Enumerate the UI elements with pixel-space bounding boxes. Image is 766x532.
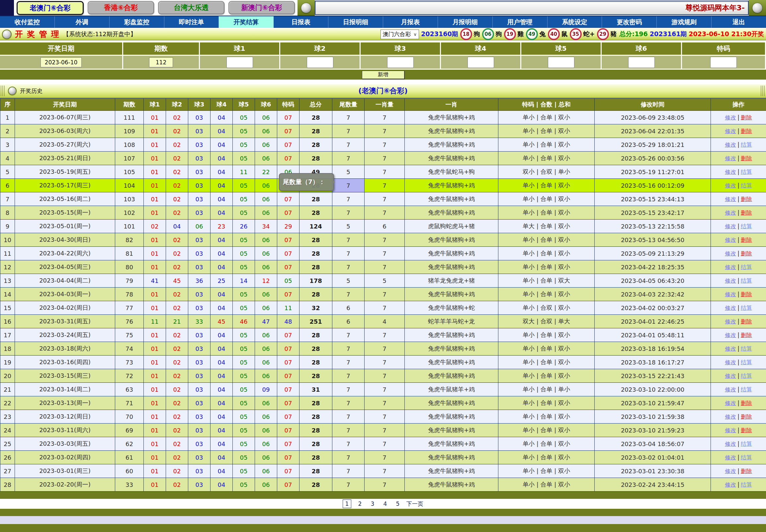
tab-2[interactable]: 香港⑥合彩 xyxy=(88,1,154,14)
edit-link[interactable]: 修改 xyxy=(725,427,736,433)
edit-link[interactable]: 修改 xyxy=(725,481,736,488)
row-actions: 修改|结算 xyxy=(711,138,766,152)
edit-link[interactable]: 修改 xyxy=(725,400,736,406)
edit-link[interactable]: 修改 xyxy=(725,182,736,189)
edit-link[interactable]: 修改 xyxy=(725,168,736,175)
tab-1[interactable]: 老澳门⑥合彩 xyxy=(17,1,84,15)
nav-item-彩盘监控[interactable]: 彩盘监控 xyxy=(109,16,164,28)
settle-link[interactable]: 结算 xyxy=(741,277,752,284)
settle-link[interactable]: 结算 xyxy=(741,168,752,175)
edit-link[interactable]: 修改 xyxy=(725,468,736,474)
nav-item-游戏规则[interactable]: 游戏规则 xyxy=(657,16,712,28)
nav-item-退出[interactable]: 退出 xyxy=(712,16,766,28)
settle-link[interactable]: 结算 xyxy=(741,481,752,488)
table-row: 62023-05-17(周三)104010203040506072877兔虎牛鼠… xyxy=(0,179,766,192)
edit-link[interactable]: 修改 xyxy=(725,250,736,257)
edit-link[interactable]: 修改 xyxy=(725,223,736,230)
edit-link[interactable]: 修改 xyxy=(725,413,736,420)
delete-link[interactable]: 删除 xyxy=(741,128,752,134)
row-xiao: 兔虎牛鼠猪狗+鸡 xyxy=(405,410,498,424)
page-1[interactable]: 1 xyxy=(343,499,351,508)
nav-item-月报明细[interactable]: 月报明细 xyxy=(438,16,493,28)
edit-link[interactable]: 修改 xyxy=(725,209,736,216)
edit-link[interactable]: 修改 xyxy=(725,372,736,379)
delete-link[interactable]: 删除 xyxy=(741,291,752,298)
settle-link[interactable]: 结算 xyxy=(741,359,752,366)
row-ball3: 03 xyxy=(188,301,211,315)
tab-4[interactable]: 新澳门⑥合彩 xyxy=(229,1,295,14)
nav-item-开奖结算[interactable]: 开奖结算 xyxy=(219,16,274,28)
delete-link[interactable]: 删除 xyxy=(741,236,752,243)
delete-link[interactable]: 删除 xyxy=(741,427,752,433)
delete-link[interactable]: 删除 xyxy=(741,196,752,202)
edit-link[interactable]: 修改 xyxy=(725,318,736,325)
nav-item-用户管理[interactable]: 用户管理 xyxy=(493,16,547,28)
special-input[interactable] xyxy=(710,57,737,68)
edit-link[interactable]: 修改 xyxy=(725,359,736,366)
row-date: 2023-03-16(周四) xyxy=(15,356,115,369)
delete-link[interactable]: 删除 xyxy=(741,209,752,216)
nav-item-系统设定[interactable]: 系统设定 xyxy=(547,16,602,28)
page-2[interactable]: 2 xyxy=(356,500,364,508)
edit-link[interactable]: 修改 xyxy=(725,332,736,338)
ball4-input[interactable] xyxy=(467,57,494,68)
edit-link[interactable]: 修改 xyxy=(725,128,736,134)
tab-3[interactable]: 台湾大乐透 xyxy=(158,1,225,14)
page-5[interactable]: 5 xyxy=(394,500,402,508)
settle-link[interactable]: 结算 xyxy=(741,440,752,447)
add-button[interactable]: 新增 xyxy=(362,71,404,79)
nav-item-即时注单[interactable]: 即时注单 xyxy=(164,16,219,28)
page-4[interactable]: 4 xyxy=(381,500,389,508)
edit-link[interactable]: 修改 xyxy=(725,440,736,447)
delete-link[interactable]: 删除 xyxy=(741,318,752,325)
settle-link[interactable]: 结算 xyxy=(741,182,752,189)
edit-link[interactable]: 修改 xyxy=(725,264,736,270)
edit-link[interactable]: 修改 xyxy=(725,196,736,202)
delete-link[interactable]: 删除 xyxy=(741,468,752,474)
row-index: 26 xyxy=(0,451,15,464)
period-input[interactable] xyxy=(149,57,173,67)
ball3-input[interactable] xyxy=(387,57,414,68)
ball2-input[interactable] xyxy=(307,57,333,68)
nav-item-日报表[interactable]: 日报表 xyxy=(274,16,328,28)
edit-link[interactable]: 修改 xyxy=(725,155,736,162)
settle-link[interactable]: 结算 xyxy=(741,372,752,379)
edit-link[interactable]: 修改 xyxy=(725,141,736,148)
edit-link[interactable]: 修改 xyxy=(725,454,736,461)
page-3[interactable]: 3 xyxy=(369,500,377,508)
next-page-link[interactable]: 下一页 xyxy=(406,500,423,508)
settle-link[interactable]: 结算 xyxy=(741,345,752,352)
edit-link[interactable]: 修改 xyxy=(725,236,736,243)
row-tail-count: 5 xyxy=(332,274,365,288)
ball1-input[interactable] xyxy=(227,57,253,68)
nav-item-收付监控[interactable]: 收付监控 xyxy=(0,16,55,28)
row-period: 73 xyxy=(115,356,144,369)
delete-link[interactable]: 删除 xyxy=(741,332,752,338)
ball6-input[interactable] xyxy=(628,57,655,68)
draw-date-input[interactable] xyxy=(40,57,82,67)
settle-link[interactable]: 结算 xyxy=(741,264,752,270)
nav-item-月报表[interactable]: 月报表 xyxy=(383,16,438,28)
settle-link[interactable]: 结算 xyxy=(741,386,752,393)
edit-link[interactable]: 修改 xyxy=(725,291,736,298)
edit-link[interactable]: 修改 xyxy=(725,386,736,393)
edit-link[interactable]: 修改 xyxy=(725,345,736,352)
lottery-select[interactable]: 澳门六合彩 ∨ xyxy=(381,30,419,39)
edit-link[interactable]: 修改 xyxy=(725,277,736,284)
edit-link[interactable]: 修改 xyxy=(725,114,736,121)
settle-link[interactable]: 结算 xyxy=(741,454,752,461)
delete-link[interactable]: 删除 xyxy=(741,114,752,121)
delete-link[interactable]: 删除 xyxy=(741,413,752,420)
nav-item-外调[interactable]: 外调 xyxy=(55,16,109,28)
settle-link[interactable]: 结算 xyxy=(741,304,752,311)
nav-item-日报明细[interactable]: 日报明细 xyxy=(328,16,383,28)
settle-link[interactable]: 结算 xyxy=(741,141,752,148)
table-row: 152023-04-02(周日)77010203040506113267兔虎牛鼠… xyxy=(0,301,766,315)
delete-link[interactable]: 删除 xyxy=(741,155,752,162)
delete-link[interactable]: 删除 xyxy=(741,250,752,257)
edit-link[interactable]: 修改 xyxy=(725,304,736,311)
nav-item-更改密码[interactable]: 更改密码 xyxy=(602,16,657,28)
delete-link[interactable]: 删除 xyxy=(741,400,752,406)
settle-link[interactable]: 结算 xyxy=(741,223,752,230)
ball5-input[interactable] xyxy=(548,57,574,68)
